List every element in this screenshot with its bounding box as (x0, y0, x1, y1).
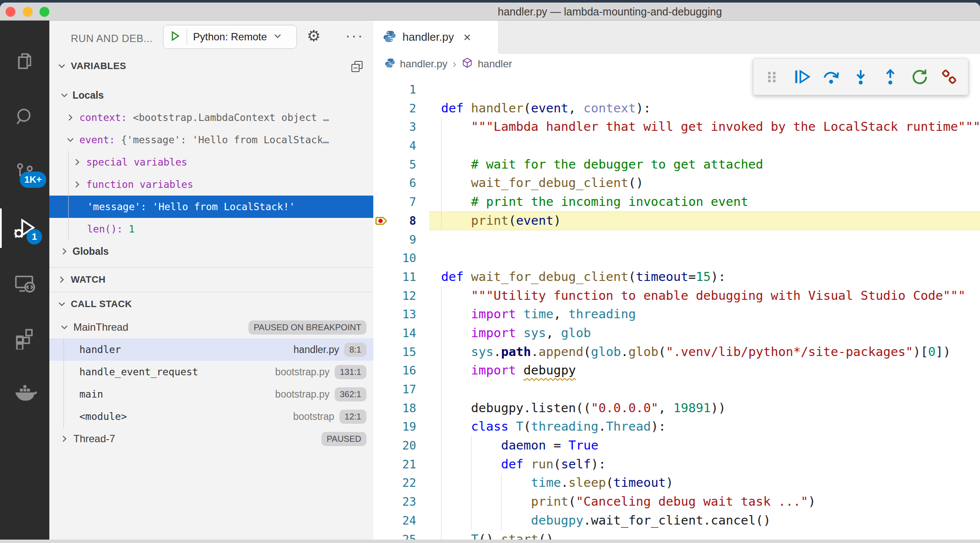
line-number[interactable]: 6 (373, 174, 416, 193)
activity-item-source-control[interactable]: 1K+ (0, 153, 49, 192)
traffic-light-minimize[interactable] (23, 7, 33, 17)
code-line[interactable]: 18 debugpy.listen(("0.0.0.0", 19891)) (373, 399, 980, 418)
variable-row[interactable]: 'message': 'Hello from LocalStack!' (49, 196, 373, 218)
active-indicator (0, 208, 2, 248)
frame-position-badge: 12:1 (339, 410, 366, 424)
code-line[interactable]: 15 sys.path.append(glob.glob(".venv/lib/… (373, 343, 980, 362)
step-out-button[interactable] (878, 65, 902, 89)
line-number[interactable]: 7 (373, 193, 416, 211)
activity-item-remote-explorer[interactable] (0, 264, 49, 304)
drag-grip-icon[interactable] (760, 65, 784, 89)
code-line[interactable]: 7 # print the incoming invocation event (373, 193, 980, 211)
code-line[interactable]: 8 print(event) (373, 211, 980, 230)
breakpoint-current-line-icon[interactable] (375, 213, 390, 234)
tab-handler-py[interactable]: handler.py × (373, 21, 499, 54)
variable-row[interactable]: Locals (49, 84, 373, 106)
traffic-light-close[interactable] (6, 7, 15, 17)
line-number[interactable]: 3 (373, 118, 416, 136)
variable-row[interactable]: Globals (49, 240, 373, 262)
code-line[interactable]: 17 (373, 380, 980, 399)
stack-frame-row[interactable]: mainbootstrap.py362:1 (49, 383, 373, 405)
step-into-button[interactable] (849, 65, 873, 89)
launch-config-dropdown[interactable]: Python: Remote (163, 25, 297, 49)
line-number[interactable]: 17 (373, 380, 416, 399)
activity-item-extensions[interactable] (0, 318, 49, 357)
variable-row[interactable]: len(): 1 (49, 218, 373, 240)
code-line[interactable]: 3 """Lambda handler that will get invoke… (373, 118, 980, 136)
code-line[interactable]: 14 import sys, glob (373, 324, 980, 343)
line-number[interactable]: 2 (373, 99, 416, 118)
line-number[interactable]: 5 (373, 155, 416, 174)
line-number[interactable]: 15 (373, 343, 416, 362)
stack-frame-row[interactable]: handle_event_requestbootstrap.py131:1 (49, 361, 373, 383)
code-line[interactable]: 13 import time, threading (373, 305, 980, 324)
line-number[interactable]: 16 (373, 361, 416, 380)
variable-value: {'message': 'Hello from LocalStack… (121, 134, 329, 145)
code-line[interactable]: 2def handler(event, context): (373, 99, 980, 118)
more-actions-icon[interactable]: ··· (345, 22, 364, 48)
line-number[interactable]: 13 (373, 305, 416, 324)
activity-item-docker[interactable] (0, 371, 49, 411)
disconnect-button[interactable] (937, 65, 961, 89)
line-number[interactable]: 20 (373, 436, 416, 455)
code-line[interactable]: 11def wait_for_debug_client(timeout=15): (373, 268, 980, 287)
code-line[interactable]: 23 print("Canceling debug wait task ..."… (373, 492, 980, 511)
code-line[interactable]: 24 debugpy.wait_for_client.cancel() (373, 511, 980, 530)
code-editor[interactable]: 12def handler(event, context):3 """Lambd… (373, 74, 980, 543)
line-number[interactable]: 14 (373, 324, 416, 343)
variable-row[interactable]: function variables (49, 173, 373, 196)
code-line[interactable]: 21 def run(self): (373, 455, 980, 474)
code-line[interactable]: 20 daemon = True (373, 436, 980, 455)
code-line[interactable]: 10 (373, 249, 980, 268)
code-text: daemon = True (441, 436, 599, 455)
line-number[interactable]: 24 (373, 511, 416, 530)
line-number[interactable]: 21 (373, 455, 416, 474)
code-line[interactable]: 16 import debugpy (373, 361, 980, 380)
code-line[interactable]: 6 wait_for_debug_client() (373, 174, 980, 193)
breadcrumb-symbol[interactable]: handler (478, 58, 512, 70)
scope-label: Locals (73, 90, 104, 101)
thread-row[interactable]: MainThreadPAUSED ON BREAKPOINT (49, 316, 373, 338)
stack-frame-row[interactable]: <module>bootstrap12:1 (49, 405, 373, 428)
line-number[interactable]: 11 (373, 268, 416, 287)
code-line[interactable]: 5 # wait for the debugger to get attache… (373, 155, 980, 174)
line-number[interactable]: 19 (373, 417, 416, 436)
continue-button[interactable] (790, 65, 814, 89)
code-line[interactable]: 19 class T(threading.Thread): (373, 417, 980, 436)
activity-item-search[interactable] (0, 97, 49, 136)
line-number[interactable]: 10 (373, 249, 416, 268)
start-debug-icon[interactable] (169, 30, 181, 44)
gear-icon[interactable]: ⚙ (307, 23, 321, 49)
variable-row[interactable]: context: <bootstrap.LambdaContext object… (49, 106, 373, 129)
variables-section-header[interactable]: VARIABLES (49, 56, 373, 76)
activity-item-explorer[interactable] (0, 41, 49, 81)
variable-row[interactable]: special variables (49, 151, 373, 173)
traffic-light-maximize[interactable] (39, 7, 49, 17)
code-line[interactable]: 4 (373, 136, 980, 155)
line-number[interactable]: 4 (373, 136, 416, 155)
close-icon[interactable]: × (463, 30, 471, 45)
line-number[interactable]: 22 (373, 474, 416, 492)
watch-section-header[interactable]: WATCH (49, 268, 373, 292)
restart-button[interactable] (907, 65, 932, 89)
thread-row[interactable]: Thread-7PAUSED (49, 428, 373, 450)
frame-file: bootstrap (293, 411, 334, 422)
line-number[interactable]: 1 (373, 80, 416, 99)
code-line[interactable]: 12 """Utility function to enable debuggi… (373, 287, 980, 305)
callstack-section-header[interactable]: CALL STACK (49, 292, 373, 316)
line-number[interactable]: 18 (373, 399, 416, 418)
line-number[interactable]: 23 (373, 492, 416, 511)
search-icon (13, 105, 36, 128)
activity-item-run-and-debug[interactable]: 1 (0, 208, 49, 248)
dropdown-divider (187, 29, 187, 45)
variable-name: len(): (87, 223, 129, 235)
collapse-all-icon[interactable] (350, 59, 364, 75)
code-line[interactable]: 22 time.sleep(timeout) (373, 474, 980, 492)
stack-frame-row[interactable]: handlerhandler.py8:1 (49, 338, 373, 361)
code-line[interactable]: 9 (373, 230, 980, 249)
step-over-button[interactable] (819, 65, 843, 89)
variable-row[interactable]: event: {'message': 'Hello from LocalStac… (49, 129, 373, 151)
line-number[interactable]: 12 (373, 287, 416, 305)
breadcrumb-file[interactable]: handler.py (400, 58, 448, 70)
chevron-right-icon (59, 433, 70, 444)
